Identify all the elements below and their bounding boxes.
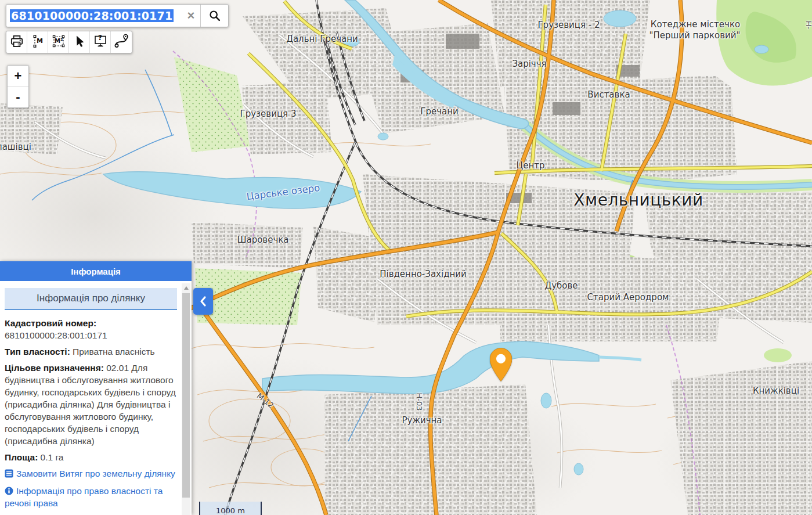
document-list-icon [5,469,16,478]
toolbar-button-help[interactable]: ? [90,31,111,53]
up-arrow-icon[interactable] [182,283,190,293]
scrollbar-thumb[interactable] [182,293,190,498]
search-icon [208,9,221,22]
parcel-field: Площа: 0.1 га [5,451,177,463]
zoom-in-button[interactable]: + [8,66,28,87]
toolbar-button-measure-area[interactable]: M² [48,31,69,53]
scale-bar: 1000 m [199,502,262,515]
info-panel: Інформація Інформація про ділянку Кадаст… [0,261,192,515]
search-value: 6810100000:28:001:0171 [10,9,174,22]
parcel-links: Замовити Витяг про земельну ділянкуІнфор… [5,467,177,515]
close-icon[interactable]: × [182,5,200,27]
panel-scrollbar[interactable] [182,283,190,515]
map-toolbar: MM²? [6,31,132,53]
parcel-link[interactable]: Інформація про право власності та речові… [5,485,177,509]
search-bar: 6810100000:28:001:0171 × [6,4,229,27]
toolbar-button-pointer[interactable] [69,31,90,53]
tab-parcel-info[interactable]: Інформація про ділянку [5,288,177,310]
printer-icon [9,34,24,51]
search-button[interactable] [200,5,228,27]
parcel-link[interactable]: Замовити Витяг про земельну ділянку [5,467,177,480]
toolbar-button-print[interactable] [6,31,27,53]
route-icon [113,34,129,51]
info-circle-icon [5,486,16,496]
parcel-field: Кадастровий номер:6810100000:28:001:0171 [5,317,177,341]
parcel-fields: Кадастровий номер:6810100000:28:001:0171… [5,317,177,463]
info-panel-header[interactable]: Інформація [0,261,192,281]
measure-area-icon [51,34,66,51]
toolbar-button-route[interactable] [111,31,132,53]
zoom-control: + - [7,65,29,108]
app: Дальні ГречаниГрузевиця - 2Котеджне міст… [0,0,812,515]
cursor-icon [73,34,86,51]
zoom-out-button[interactable]: - [8,87,28,107]
scale-label: 1000 m [216,506,245,515]
search-input[interactable]: 6810100000:28:001:0171 [6,5,182,27]
collapse-panel-button[interactable] [193,288,213,315]
chevron-left-icon [199,296,208,307]
info-panel-body: Інформація про ділянку Кадастровий номер… [0,281,182,515]
toolbar-button-measure-distance[interactable]: M [27,31,48,53]
help-monitor-icon [93,34,108,51]
parcel-field: Цільове призначення: 02.01 Для будівницт… [5,362,177,447]
parcel-field: Тип власності: Приватна власність [5,345,177,358]
measure-distance-icon [30,34,45,51]
